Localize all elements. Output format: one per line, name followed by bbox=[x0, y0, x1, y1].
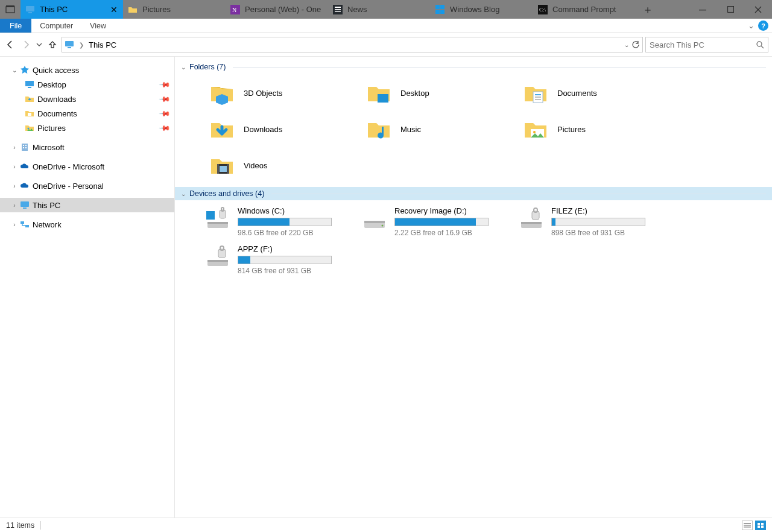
tab-windows-blog[interactable]: Windows Blog bbox=[431, 0, 533, 19]
chevron-right-icon[interactable]: › bbox=[10, 183, 19, 189]
tab-label: Personal (Web) - One bbox=[245, 5, 323, 14]
chevron-right-icon[interactable]: › bbox=[10, 221, 19, 228]
svg-rect-48 bbox=[207, 222, 228, 224]
folder-videos-icon bbox=[209, 152, 235, 179]
drive-recovery-d[interactable]: Recovery Image (D:) 2.22 GB free of 16.9… bbox=[362, 206, 519, 237]
tab-label: This PC bbox=[40, 5, 105, 14]
window-tabstrip: This PC ✕ Pictures N Personal (Web) - On… bbox=[0, 0, 772, 19]
folder-music-icon bbox=[365, 116, 392, 142]
tree-item-downloads[interactable]: Downloads 📌 bbox=[0, 92, 174, 106]
help-icon[interactable]: ? bbox=[758, 21, 768, 31]
nav-bar: ❯ This PC ⌄ bbox=[0, 33, 772, 56]
view-details-button[interactable] bbox=[742, 521, 753, 530]
svg-rect-39 bbox=[535, 97, 541, 98]
address-dropdown-icon[interactable]: ⌄ bbox=[624, 42, 629, 48]
group-header-drives[interactable]: ⌄ Devices and drives (4) bbox=[175, 187, 772, 200]
chevron-down-icon[interactable]: ⌄ bbox=[10, 67, 19, 74]
ribbon-tab-computer[interactable]: Computer bbox=[31, 19, 81, 33]
desktop-icon bbox=[24, 80, 35, 89]
svg-rect-9 bbox=[335, 11, 341, 12]
drive-capacity-bar bbox=[238, 218, 332, 226]
forward-button[interactable] bbox=[19, 37, 33, 52]
folder-3d-icon bbox=[209, 80, 235, 106]
tree-network[interactable]: › Network bbox=[0, 217, 174, 232]
svg-rect-17 bbox=[727, 7, 733, 13]
svg-point-54 bbox=[382, 225, 384, 227]
tab-pictures[interactable]: Pictures bbox=[123, 0, 226, 19]
drive-filez-e[interactable]: FILEZ (E:) 898 GB free of 931 GB bbox=[519, 206, 676, 237]
maximize-button[interactable] bbox=[717, 0, 744, 19]
chevron-right-icon[interactable]: › bbox=[10, 144, 19, 151]
svg-rect-23 bbox=[28, 87, 31, 88]
tab-label: News bbox=[347, 5, 426, 14]
folder-documents-icon bbox=[522, 80, 549, 106]
svg-line-21 bbox=[761, 46, 764, 48]
tree-this-pc[interactable]: › This PC bbox=[0, 198, 174, 212]
folders-grid: 3D Objects Desktop Documents Downloads M… bbox=[175, 74, 772, 187]
new-tab-button[interactable]: ＋ bbox=[636, 0, 660, 19]
up-button[interactable] bbox=[46, 37, 59, 52]
svg-rect-13 bbox=[440, 10, 445, 14]
tree-quick-access[interactable]: ⌄ Quick access bbox=[0, 63, 174, 77]
folder-desktop-icon bbox=[365, 80, 392, 106]
recent-locations-button[interactable] bbox=[35, 37, 43, 52]
tab-news[interactable]: News bbox=[328, 0, 431, 19]
folder-downloads[interactable]: Downloads bbox=[209, 116, 365, 142]
chevron-right-icon[interactable]: › bbox=[10, 202, 19, 209]
svg-rect-40 bbox=[535, 99, 541, 100]
folder-desktop[interactable]: Desktop bbox=[365, 80, 522, 106]
drive-label: APPZ (F:) bbox=[238, 244, 334, 253]
drive-windows-c[interactable]: Windows (C:) 98.6 GB free of 220 GB bbox=[205, 206, 362, 237]
svg-rect-19 bbox=[68, 47, 71, 48]
chevron-right-icon: ❯ bbox=[78, 42, 85, 48]
tree-onedrive-ms[interactable]: › OneDrive - Microsoft bbox=[0, 159, 174, 174]
svg-rect-49 bbox=[206, 211, 215, 220]
drive-label: Recovery Image (D:) bbox=[394, 206, 491, 215]
folder-3d-objects[interactable]: 3D Objects bbox=[209, 80, 365, 106]
drive-capacity-bar bbox=[394, 218, 489, 226]
tab-label: Windows Blog bbox=[450, 5, 528, 14]
tree-microsoft[interactable]: › Microsoft bbox=[0, 140, 174, 154]
svg-rect-32 bbox=[23, 207, 27, 209]
svg-rect-29 bbox=[23, 147, 24, 148]
svg-rect-38 bbox=[535, 94, 541, 95]
folder-music[interactable]: Music bbox=[365, 116, 522, 142]
minimize-button[interactable] bbox=[689, 0, 717, 19]
file-menu[interactable]: File bbox=[0, 19, 31, 33]
close-button[interactable] bbox=[744, 0, 772, 19]
pin-icon: 📌 bbox=[159, 78, 171, 91]
search-box[interactable] bbox=[645, 37, 768, 52]
svg-rect-0 bbox=[6, 7, 14, 13]
folder-documents[interactable]: Documents bbox=[522, 80, 679, 106]
back-button[interactable] bbox=[4, 37, 17, 52]
folder-icon bbox=[128, 5, 138, 14]
drive-appz-f[interactable]: APPZ (F:) 814 GB free of 931 GB bbox=[205, 244, 362, 275]
svg-rect-24 bbox=[28, 113, 31, 116]
refresh-icon[interactable] bbox=[631, 40, 640, 49]
tab-close-icon[interactable]: ✕ bbox=[110, 5, 118, 14]
breadcrumb-location[interactable]: This PC bbox=[89, 40, 116, 49]
svg-rect-53 bbox=[364, 221, 385, 223]
cmd-icon: C:\ bbox=[538, 5, 548, 14]
tree-item-pictures[interactable]: Pictures 📌 bbox=[0, 121, 174, 135]
thispc-icon bbox=[65, 40, 74, 49]
group-header-folders[interactable]: ⌄ Folders (7) bbox=[175, 60, 772, 74]
tree-item-documents[interactable]: Documents 📌 bbox=[0, 106, 174, 121]
search-icon[interactable] bbox=[756, 40, 764, 49]
ribbon-tab-view[interactable]: View bbox=[81, 19, 115, 33]
tab-onenote[interactable]: N Personal (Web) - One bbox=[226, 0, 328, 19]
address-bar[interactable]: ❯ This PC ⌄ bbox=[62, 37, 643, 52]
tab-cmd[interactable]: C:\ Command Prompt bbox=[533, 0, 636, 19]
status-bar: 11 items bbox=[0, 518, 772, 532]
view-large-icons-button[interactable] bbox=[755, 521, 766, 530]
tree-item-desktop[interactable]: Desktop 📌 bbox=[0, 77, 174, 92]
ribbon-expand-icon[interactable]: ⌄ bbox=[748, 21, 755, 30]
folder-videos[interactable]: Videos bbox=[209, 152, 365, 179]
drive-free-text: 2.22 GB free of 16.9 GB bbox=[394, 229, 491, 237]
search-input[interactable] bbox=[650, 40, 752, 49]
downloads-icon bbox=[24, 94, 35, 104]
folder-pictures[interactable]: Pictures bbox=[522, 116, 679, 142]
tab-this-pc[interactable]: This PC ✕ bbox=[21, 0, 123, 19]
tree-onedrive-personal[interactable]: › OneDrive - Personal bbox=[0, 179, 174, 193]
chevron-right-icon[interactable]: › bbox=[10, 163, 19, 170]
